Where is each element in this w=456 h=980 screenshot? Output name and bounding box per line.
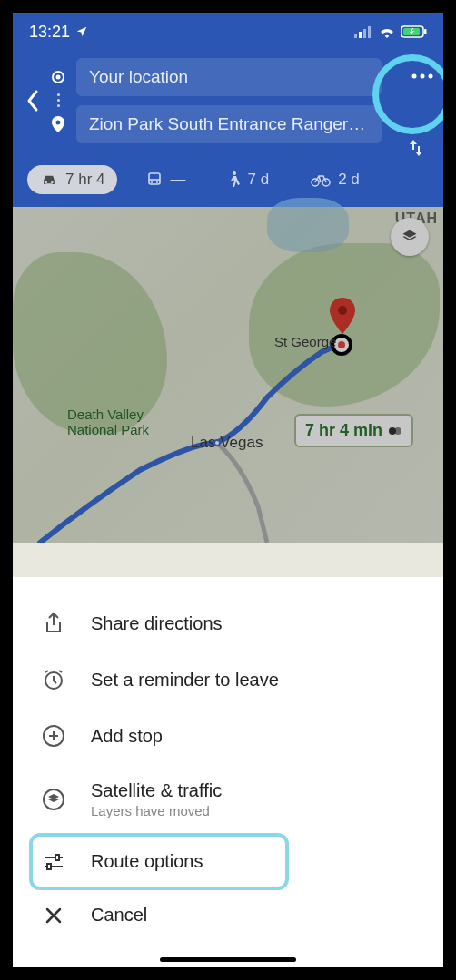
- travel-mode-tabs: 7 hr 4 — 7 d 2 d: [13, 156, 443, 207]
- phone-screen: 13:21: [13, 13, 443, 967]
- directions-header: Your location Zion Park South Entrance R…: [13, 51, 443, 156]
- layers-circle-icon: [40, 788, 67, 811]
- destination-field[interactable]: Zion Park South Entrance Ranger…: [76, 105, 382, 143]
- satellite-label: Satellite & traffic: [91, 780, 222, 801]
- share-icon: [40, 612, 67, 635]
- satellite-traffic-item[interactable]: Satellite & traffic Layers have moved: [13, 764, 443, 835]
- route-options-item[interactable]: Route options: [13, 835, 443, 888]
- status-icons: [354, 25, 427, 38]
- status-time: 13:21: [29, 23, 70, 42]
- svg-rect-25: [55, 855, 59, 860]
- add-stop-label: Add stop: [91, 726, 163, 747]
- share-label: Share directions: [91, 613, 223, 634]
- mode-walk[interactable]: 7 d: [214, 165, 282, 194]
- svg-point-9: [412, 74, 417, 79]
- route-dots-icon: [57, 93, 60, 107]
- waypoint-icons: [51, 70, 65, 132]
- svg-point-8: [56, 74, 61, 79]
- svg-rect-2: [363, 29, 366, 38]
- destination-pin-icon: [52, 116, 64, 132]
- set-reminder-item[interactable]: Set a reminder to leave: [13, 652, 443, 708]
- transit-icon: [146, 172, 163, 188]
- svg-point-11: [429, 74, 433, 79]
- signal-icon: [354, 25, 372, 38]
- wifi-icon: [378, 25, 396, 38]
- mode-bike-label: 2 d: [338, 171, 360, 189]
- home-indicator[interactable]: [160, 957, 296, 962]
- svg-rect-3: [368, 26, 371, 38]
- svg-rect-6: [424, 29, 427, 34]
- map-view[interactable]: UTAH St George Las Vegas Death Valley Na…: [13, 207, 443, 543]
- add-stop-item[interactable]: Add stop: [13, 708, 443, 764]
- satellite-text-group: Satellite & traffic Layers have moved: [91, 780, 222, 818]
- svg-rect-26: [47, 864, 51, 869]
- cancel-item[interactable]: Cancel: [13, 888, 443, 942]
- status-time-group: 13:21: [29, 23, 88, 42]
- mode-car[interactable]: 7 hr 4: [27, 165, 117, 194]
- close-icon: [40, 906, 67, 925]
- location-arrow-icon: [75, 25, 88, 38]
- svg-rect-12: [149, 173, 160, 184]
- overflow-menu-button[interactable]: [411, 73, 434, 80]
- svg-rect-1: [359, 32, 362, 38]
- svg-point-14: [151, 181, 153, 183]
- route-options-label: Route options: [91, 851, 203, 872]
- cancel-label: Cancel: [91, 905, 147, 926]
- mode-car-label: 7 hr 4: [65, 171, 104, 189]
- reminder-label: Set a reminder to leave: [91, 670, 279, 691]
- status-bar: 13:21: [13, 13, 443, 51]
- mode-bike[interactable]: 2 d: [298, 165, 372, 194]
- back-button[interactable]: [25, 89, 40, 113]
- action-sheet: Share directions Set a reminder to leave…: [13, 577, 443, 967]
- walk-icon: [227, 171, 240, 189]
- origin-dot-icon: [51, 70, 65, 84]
- mode-transit[interactable]: —: [134, 165, 198, 194]
- map-dim-overlay: [13, 207, 443, 543]
- plus-circle-icon: [40, 724, 67, 748]
- origin-field[interactable]: Your location: [76, 58, 382, 96]
- battery-icon: [401, 25, 427, 38]
- svg-rect-0: [354, 34, 357, 38]
- mode-walk-label: 7 d: [247, 171, 269, 189]
- svg-point-10: [421, 74, 425, 79]
- alarm-icon: [40, 668, 67, 691]
- bike-icon: [311, 172, 331, 187]
- sliders-icon: [40, 853, 67, 871]
- mode-transit-label: —: [170, 171, 185, 189]
- car-icon: [40, 172, 58, 187]
- share-directions-item[interactable]: Share directions: [13, 595, 443, 652]
- svg-point-15: [156, 181, 158, 183]
- svg-point-16: [233, 172, 236, 175]
- satellite-sublabel: Layers have moved: [91, 803, 222, 818]
- swap-icon[interactable]: [409, 138, 423, 158]
